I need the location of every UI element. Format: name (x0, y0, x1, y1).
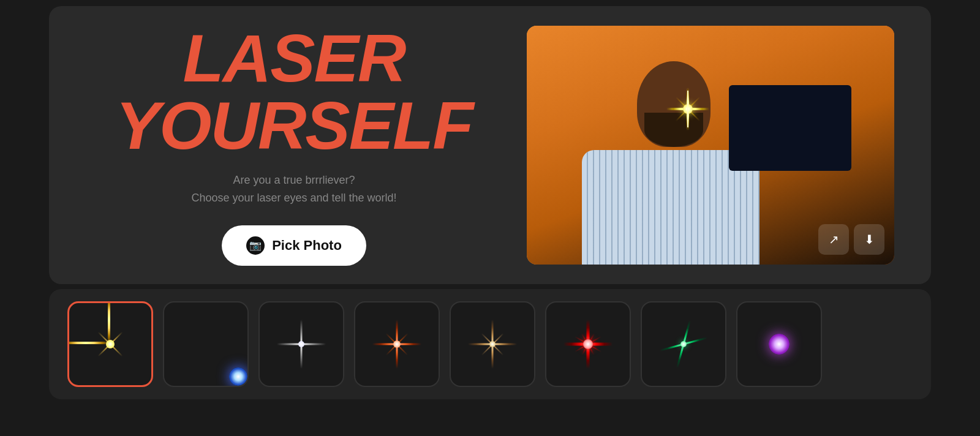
share-icon: ↗ (829, 232, 839, 247)
purple-dot-preview (769, 334, 790, 355)
effect-green-bolt[interactable] (641, 301, 726, 387)
effect-gold-star[interactable] (67, 301, 153, 387)
subtitle: Are you a true brrrliever? Choose your l… (86, 171, 502, 207)
pick-photo-label: Pick Photo (272, 238, 342, 254)
photo-actions: ↗ ⬇ (818, 224, 884, 255)
download-icon: ⬇ (864, 232, 875, 247)
share-button[interactable]: ↗ (818, 224, 849, 255)
title-yourself: YOURSELF (86, 92, 502, 159)
title-block: LASER YOURSELF (86, 24, 502, 159)
monitor-bg (729, 85, 851, 171)
gold-star-preview (86, 320, 135, 369)
main-panel: LASER YOURSELF Are you a true brrrliever… (49, 6, 931, 284)
tan-star-preview (468, 320, 517, 369)
effect-tan-star[interactable] (450, 301, 535, 387)
laser-eye-effect (666, 88, 709, 130)
subtitle-line1: Are you a true brrrliever? (233, 174, 355, 186)
effects-strip (49, 289, 931, 399)
photo-display: ↗ ⬇ (527, 26, 894, 265)
bright-red-preview (564, 320, 612, 369)
white-star-preview (277, 320, 326, 369)
effect-red-cross[interactable] (354, 301, 440, 387)
red-cross-preview (372, 320, 421, 369)
left-content: LASER YOURSELF Are you a true brrrliever… (86, 24, 527, 266)
green-bolt-preview (659, 320, 708, 369)
effect-bright-red[interactable] (545, 301, 631, 387)
download-button[interactable]: ⬇ (854, 224, 884, 255)
blue-dot-preview (229, 367, 247, 386)
camera-icon: 📷 (246, 236, 265, 255)
effect-purple-dot[interactable] (736, 301, 822, 387)
pick-photo-button[interactable]: 📷 Pick Photo (222, 225, 366, 266)
subtitle-line2: Choose your laser eyes and tell the worl… (191, 192, 396, 204)
title-laser: LASER (86, 24, 502, 92)
effect-blue-dot[interactable] (163, 301, 249, 387)
effect-white-star[interactable] (258, 301, 344, 387)
